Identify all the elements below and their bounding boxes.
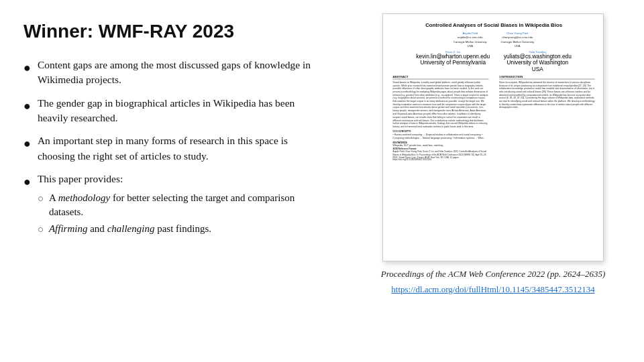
author-country: USA — [501, 44, 535, 48]
bullet-text: Content gaps are among the most discusse… — [38, 58, 325, 88]
author-affiliation: Carnegie Mellon University — [501, 40, 535, 44]
sub-bullet-dot: ○ — [38, 192, 44, 206]
acm-ref-label: ACM Reference Format: — [393, 148, 417, 150]
proceedings-text: Proceedings of the ACM Web Conference 20… — [381, 268, 605, 280]
author-country: USA — [453, 44, 487, 48]
sub-list-item: ○ Affirming and challenging past finding… — [38, 222, 325, 237]
paper-authors: Anjalie Field anjalie@cs.cmu.edu Carnegi… — [393, 32, 595, 48]
ccs-concepts-text: • Human-centered computing → Empirical s… — [393, 133, 484, 139]
author-country: USA — [504, 66, 572, 72]
abstract-text: Social biases on Wikipedia, a widely-rea… — [393, 80, 489, 128]
list-item: ● An important step in many forms of res… — [23, 133, 325, 164]
page-title: Winner: WMF-RAY 2023 — [23, 20, 325, 43]
abstract-label: ABSTRACT — [393, 75, 489, 79]
abstract-section: ABSTRACT Social biases on Wikipedia, a w… — [393, 75, 489, 162]
sub-bullet-list: ○ A methodology for better selecting the… — [38, 191, 325, 237]
author-col: Kevin Z. Lin kevin.lin@wharton.upenn.edu… — [416, 50, 490, 72]
author-col: Chan Young Park chanyoung@cs.cmu.edu Car… — [501, 32, 535, 48]
acm-ref: ACM Reference Format: Anjalie Field, Cha… — [393, 148, 489, 162]
left-panel: Winner: WMF-RAY 2023 ● Content gaps are … — [0, 0, 349, 362]
author-email: anjalie@cs.cmu.edu — [453, 36, 487, 40]
author-email: kevin.lin@wharton.upenn.edu — [416, 54, 490, 60]
list-item: ● Content gaps are among the most discus… — [23, 58, 325, 88]
bullet-dot: ● — [23, 97, 31, 115]
author-affiliation: Carnegie Mellon University — [453, 40, 487, 44]
bullet-dot: ● — [23, 135, 31, 152]
author-email: yuliats@cs.washington.edu — [504, 54, 572, 60]
sub-bullet-text: Affirming and challenging past findings. — [49, 222, 211, 236]
author-col: Yulia Tsvetkov yuliats@cs.washington.edu… — [504, 50, 572, 72]
author-affiliation: University of Pennsylvania — [416, 60, 490, 66]
ccs-concepts: CCS CONCEPTS • Human-centered computing … — [393, 130, 489, 139]
sub-bullet-text: A methodology for better selecting the t… — [49, 191, 325, 219]
bullet-text: The gender gap in biographical articles … — [38, 96, 325, 126]
paper-body: ABSTRACT Social biases on Wikipedia, a w… — [393, 75, 595, 162]
sub-bullet-dot: ○ — [38, 223, 44, 237]
intro-label: 1 INTRODUCTION — [499, 75, 595, 79]
author-email: chanyoung@cs.cmu.edu — [501, 36, 535, 40]
sub-list-item: ○ A methodology for better selecting the… — [38, 191, 325, 219]
intro-text: Since its inception, Wikipedia has attra… — [499, 80, 595, 109]
list-item: ● This paper provides: ○ A methodology f… — [23, 172, 325, 239]
bullet-list: ● Content gaps are among the most discus… — [23, 58, 325, 247]
bullet-text: This paper provides: — [38, 173, 123, 184]
author-affiliation: University of Washington — [504, 60, 572, 66]
keywords-text: Wikipedia, NLP, gender bias, racial bias… — [393, 144, 489, 147]
bullet-text: An important step in many forms of resea… — [38, 133, 325, 164]
paper-preview: Controlled Analyses of Social Biases in … — [382, 13, 604, 261]
author-col: Anjalie Field anjalie@cs.cmu.edu Carnegi… — [453, 32, 487, 48]
acm-ref-text: Anjalie Field, Chan Young Park, Kevin Z.… — [393, 151, 487, 161]
center-author: Kevin Z. Lin kevin.lin@wharton.upenn.edu… — [393, 50, 595, 72]
right-panel: Controlled Analyses of Social Biases in … — [349, 0, 644, 362]
paper-link[interactable]: https://dl.acm.org/doi/fullHtml/10.1145/… — [391, 284, 594, 295]
paper-title: Controlled Analyses of Social Biases in … — [393, 21, 595, 28]
bullet-dot: ● — [23, 173, 31, 190]
bullet-dot: ● — [23, 59, 31, 76]
intro-section: 1 INTRODUCTION Since its inception, Wiki… — [499, 75, 595, 162]
paper-inner: Controlled Analyses of Social Biases in … — [383, 14, 604, 162]
list-item: ● The gender gap in biographical article… — [23, 96, 325, 126]
